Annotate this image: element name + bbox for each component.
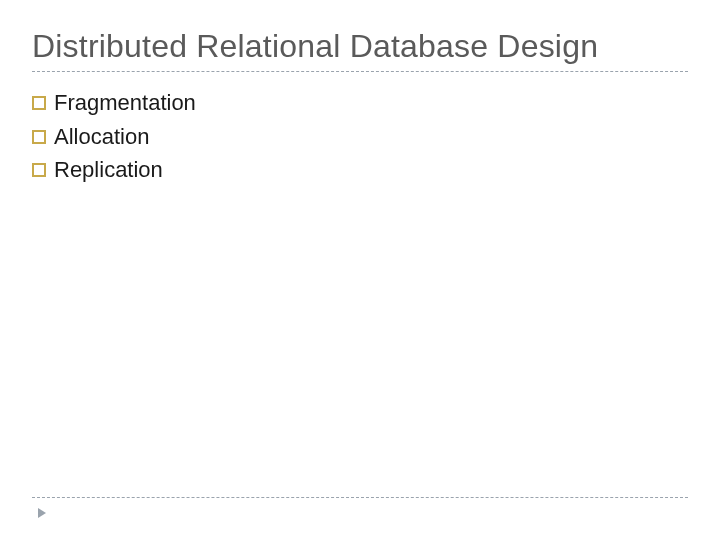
footer-divider (32, 497, 688, 498)
slide-marker-icon (38, 508, 46, 518)
list-item: Fragmentation (32, 88, 688, 118)
square-bullet-icon (32, 163, 46, 177)
bullet-list: Fragmentation Allocation Replication (32, 88, 688, 185)
list-item: Allocation (32, 122, 688, 152)
title-divider (32, 71, 688, 72)
list-item: Replication (32, 155, 688, 185)
square-bullet-icon (32, 96, 46, 110)
bullet-label: Replication (54, 155, 163, 185)
page-title: Distributed Relational Database Design (32, 28, 688, 65)
slide: Distributed Relational Database Design F… (0, 0, 720, 540)
bullet-label: Allocation (54, 122, 149, 152)
square-bullet-icon (32, 130, 46, 144)
bullet-label: Fragmentation (54, 88, 196, 118)
